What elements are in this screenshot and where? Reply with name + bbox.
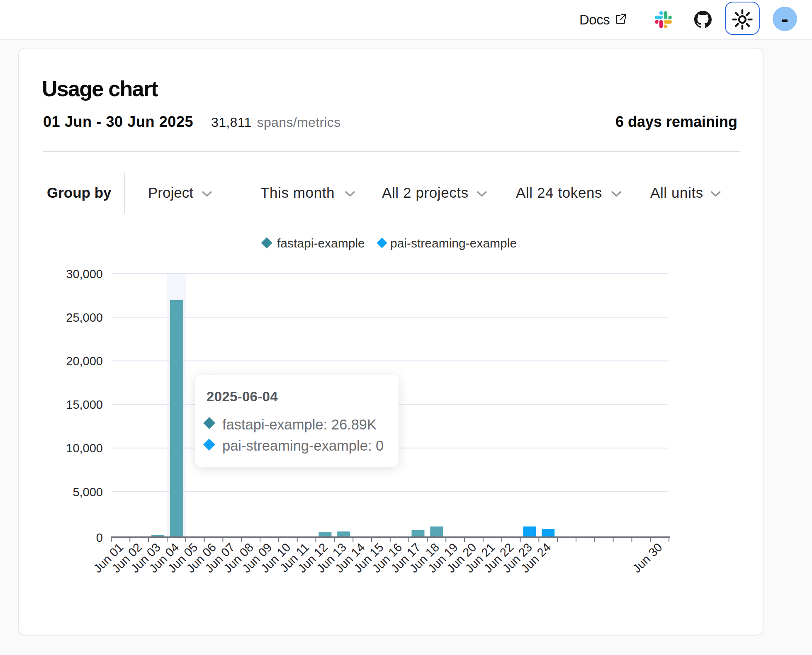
svg-text:Jun 30: Jun 30 — [630, 541, 665, 575]
svg-text:25,000: 25,000 — [66, 311, 103, 324]
svg-text:20,000: 20,000 — [66, 354, 103, 368]
svg-text:30,000: 30,000 — [66, 267, 103, 281]
svg-text:15,000: 15,000 — [66, 398, 103, 411]
svg-text:5,000: 5,000 — [73, 485, 103, 499]
svg-text:0: 0 — [96, 531, 103, 544]
svg-text:10,000: 10,000 — [66, 442, 103, 455]
